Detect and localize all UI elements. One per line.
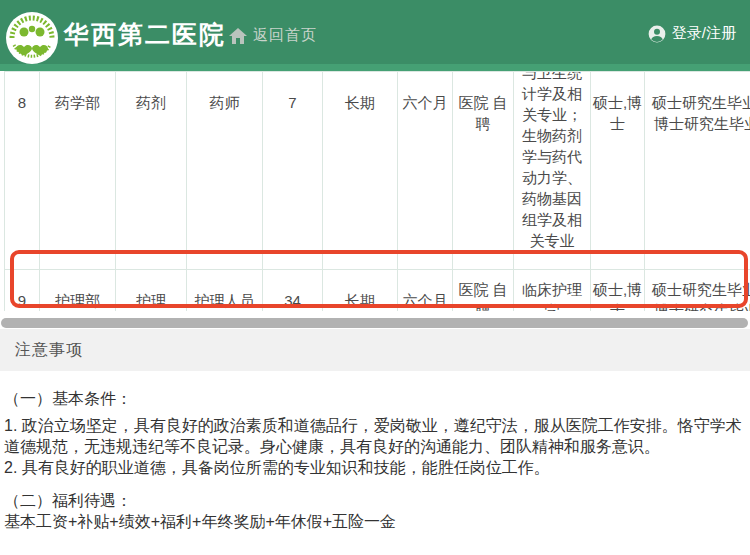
cell-hire-type: 医院 自聘 (453, 270, 514, 312)
cell-department: 药学部 (40, 72, 116, 270)
header-bar: 华西第二医院 返回首页 登录/注册 (0, 0, 750, 64)
cell-post: 药师 (187, 72, 263, 270)
cell-row-no: 9 (5, 270, 40, 312)
cell-major: 与卫生统计学及相关专业；生物药剂学与药代动力学、药物基因组学及相关专业 (514, 72, 591, 270)
job-table: 8 药学部 药剂 药师 7 长期 六个月 医院 自聘 与卫生统计学及相关专业；生… (0, 71, 750, 311)
cell-requirement: 硕士研究生毕业;博士研究生毕业 (645, 270, 750, 312)
cell-probation: 六个月 (398, 72, 453, 270)
notice-section1-item2: 2. 具有良好的职业道德，具备岗位所需的专业知识和技能，能胜任岗位工作。 (4, 457, 746, 478)
cell-term: 长期 (323, 270, 398, 312)
back-home-link[interactable]: 返回首页 (229, 26, 317, 45)
notice-section2-title: （二）福利待遇： (4, 490, 746, 511)
login-register-label: 登录/注册 (672, 24, 736, 43)
table-row: 8 药学部 药剂 药师 7 长期 六个月 医院 自聘 与卫生统计学及相关专业；生… (5, 72, 750, 270)
cell-probation: 六个月 (398, 270, 453, 312)
cell-major: 临床护理学 (514, 270, 591, 312)
hospital-logo-icon (5, 11, 59, 65)
cell-requirement: 硕士研究生毕业;博士研究生毕业 (645, 72, 750, 270)
table-row: 9 护理部 护理 护理人员 34 长期 六个月 医院 自聘 临床护理学 硕士,博… (5, 270, 750, 312)
cell-term: 长期 (323, 72, 398, 270)
horizontal-scrollbar[interactable] (1, 318, 748, 328)
page: 华西第二医院 返回首页 登录/注册 8 (0, 0, 750, 555)
site-title: 华西第二医院 (64, 18, 226, 51)
login-register-button[interactable]: 登录/注册 (648, 24, 736, 43)
cell-count: 7 (263, 72, 323, 270)
home-icon (229, 28, 247, 44)
cell-count: 34 (263, 270, 323, 312)
cell-degree: 硕士,博士 (591, 72, 645, 270)
cell-post: 护理人员 (187, 270, 263, 312)
notice-section2-item1: 基本工资+补贴+绩效+福利+年终奖励+年休假+五险一金 (4, 511, 746, 532)
notice-title: 注意事项 (15, 329, 83, 371)
cell-degree: 硕士,博士 (591, 270, 645, 312)
cell-section: 护理 (116, 270, 187, 312)
back-home-label: 返回首页 (253, 26, 317, 45)
notice-section-header: 注意事项 (0, 329, 750, 371)
cell-hire-type: 医院 自聘 (453, 72, 514, 270)
notice-section1-item1: 1. 政治立场坚定，具有良好的政治素质和道德品行，爱岗敬业，遵纪守法，服从医院工… (4, 415, 746, 457)
cell-section: 药剂 (116, 72, 187, 270)
user-icon (648, 25, 666, 43)
cell-row-no: 8 (5, 72, 40, 270)
cell-department: 护理部 (40, 270, 116, 312)
table-header-edge (0, 64, 750, 71)
notice-body: （一）基本条件： 1. 政治立场坚定，具有良好的政治素质和道德品行，爱岗敬业，遵… (0, 372, 750, 532)
notice-section1-title: （一）基本条件： (4, 388, 746, 409)
